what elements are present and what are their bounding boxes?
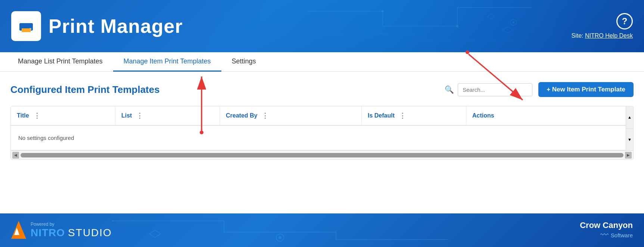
printer-icon	[19, 20, 33, 32]
svg-point-20	[279, 236, 281, 239]
printer-paper-out	[22, 28, 31, 32]
table-container: Title ⋮ List ⋮ Created By ⋮ Is Default	[10, 106, 634, 160]
search-area: 🔍	[445, 83, 532, 96]
svg-point-11	[512, 21, 514, 24]
horizontal-scrollbar: ◀ ▶	[11, 150, 633, 159]
site-info: Site: NITRO Help Desk	[572, 32, 633, 39]
footer-right: Crow Canyon 〰 Software	[580, 221, 633, 240]
company-name: Crow Canyon	[580, 221, 633, 230]
help-button[interactable]: ?	[616, 13, 633, 29]
svg-point-6	[456, 25, 458, 27]
svg-marker-21	[149, 230, 161, 238]
tab-settings[interactable]: Settings	[221, 52, 267, 72]
studio-text: STUDIO	[68, 227, 112, 239]
table-body: No settings configured	[11, 126, 626, 150]
col-list: List ⋮	[115, 106, 220, 125]
app-title: Print Manager	[49, 15, 183, 37]
col-created-by: Created By ⋮	[220, 106, 362, 125]
col-list-menu[interactable]: ⋮	[136, 112, 143, 120]
site-link[interactable]: NITRO Help Desk	[585, 32, 633, 39]
col-created-by-menu[interactable]: ⋮	[262, 112, 268, 120]
col-actions: Actions	[466, 106, 541, 125]
powered-by-text: Powered by	[31, 222, 112, 227]
svg-point-19	[276, 234, 284, 241]
table-header: Title ⋮ List ⋮ Created By ⋮ Is Default	[11, 106, 626, 126]
svg-point-5	[382, 10, 384, 12]
scroll-track[interactable]	[21, 153, 623, 157]
tabs-bar: Manage List Print Templates Manage Item …	[0, 52, 644, 72]
scroll-right-arrow[interactable]: ▶	[625, 152, 632, 159]
scroll-down-arrow[interactable]: ▼	[626, 129, 633, 151]
app-icon	[11, 11, 41, 41]
svg-point-10	[510, 19, 516, 25]
main-content: Configured Item Print Templates 🔍 + New …	[0, 72, 644, 213]
site-label: Site:	[572, 32, 584, 39]
col-is-default-menu[interactable]: ⋮	[399, 112, 406, 120]
svg-marker-12	[487, 14, 495, 19]
nitro-triangle-icon	[11, 221, 26, 240]
page-wrapper: Print Manager ? Site: NITRO Help Desk Ma…	[0, 0, 644, 247]
col-title: Title ⋮	[11, 106, 115, 125]
tab-manage-list[interactable]: Manage List Print Templates	[7, 52, 113, 72]
search-icon: 🔍	[445, 85, 454, 94]
scroll-up-arrow[interactable]: ▲	[626, 106, 633, 129]
scroll-left-arrow[interactable]: ◀	[12, 152, 19, 159]
tab-manage-item[interactable]: Manage Item Print Templates	[113, 52, 221, 72]
company-suffix: 〰 Software	[580, 230, 633, 240]
footer-brand-text: Powered by NITRO STUDIO	[31, 222, 112, 239]
header: Print Manager ? Site: NITRO Help Desk	[0, 0, 644, 52]
svg-marker-13	[502, 27, 513, 33]
search-input[interactable]	[458, 83, 532, 96]
nitro-text: NITRO	[31, 227, 65, 239]
section-header: Configured Item Print Templates 🔍 + New …	[10, 82, 634, 97]
circuit-decoration	[271, 0, 569, 52]
wings-icon: 〰	[600, 230, 609, 240]
footer-logo: Powered by NITRO STUDIO	[11, 221, 112, 240]
empty-message: No settings configured	[11, 126, 626, 150]
section-title: Configured Item Print Templates	[10, 84, 445, 96]
header-right: ? Site: NITRO Help Desk	[572, 13, 633, 39]
footer: Powered by NITRO STUDIO Crow Canyon 〰 So…	[0, 213, 644, 247]
col-title-menu[interactable]: ⋮	[34, 112, 40, 120]
new-item-button[interactable]: + New Item Print Template	[538, 82, 634, 97]
col-is-default: Is Default ⋮	[362, 106, 466, 125]
